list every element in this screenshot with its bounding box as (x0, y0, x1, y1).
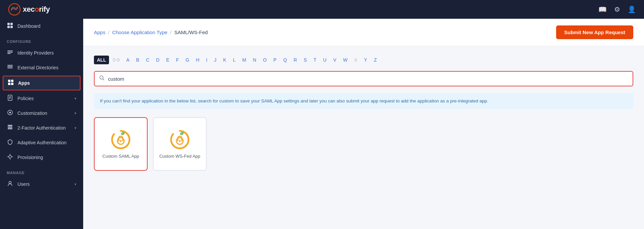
sidebar-item-adaptive-auth-label: Adaptive Authentication (17, 140, 76, 145)
configure-section-label: Configure (0, 33, 83, 46)
sidebar-item-external-directories-label: External Directories (17, 65, 76, 70)
svg-rect-2 (10, 23, 13, 25)
svg-rect-30 (120, 141, 121, 142)
sidebar-item-2fa[interactable]: 2-Factor Authentication ▾ (0, 121, 83, 135)
svg-point-25 (9, 181, 11, 184)
sidebar-item-policies[interactable]: Policies ▾ (0, 91, 83, 106)
svg-rect-5 (7, 51, 13, 51)
book-icon[interactable]: 📖 (598, 5, 607, 13)
users-chevron-icon: ▾ (74, 182, 76, 186)
alpha-btn-l[interactable]: L (230, 56, 239, 64)
apps-icon (7, 79, 14, 87)
alpha-btn-x[interactable]: X (351, 56, 360, 64)
page-body: ALL 0-9 A B C D E F G H I J K L M N O P … (83, 46, 644, 180)
alpha-btn-q[interactable]: Q (280, 56, 290, 64)
info-banner: If you can't find your application in th… (94, 93, 633, 109)
policies-icon (7, 95, 13, 102)
sidebar-item-adaptive-auth[interactable]: Adaptive Authentication (0, 135, 83, 150)
alpha-btn-p[interactable]: P (270, 56, 279, 64)
content-area: Apps / Choose Application Type / SAML/WS… (83, 19, 644, 229)
alpha-btn-n[interactable]: N (250, 56, 259, 64)
users-icon (7, 180, 13, 188)
user-icon[interactable]: 👤 (628, 5, 636, 13)
alpha-btn-m[interactable]: M (239, 56, 249, 64)
alpha-btn-all[interactable]: ALL (94, 56, 109, 64)
svg-point-20 (9, 112, 11, 113)
sidebar-item-identity-providers[interactable]: Identity Providers (0, 46, 83, 60)
app-cards-grid: Custom SAML App (94, 117, 633, 171)
svg-point-32 (171, 131, 189, 148)
svg-rect-14 (11, 83, 13, 85)
alpha-btn-09[interactable]: 0-9 (110, 56, 122, 64)
alpha-btn-h[interactable]: H (193, 56, 202, 64)
breadcrumb-apps-link[interactable]: Apps (94, 29, 105, 35)
sidebar-item-apps[interactable]: Apps (3, 76, 80, 90)
search-input[interactable] (108, 76, 628, 82)
sidebar-item-policies-label: Policies (17, 96, 70, 101)
custom-wsfed-label: Custom WS-Fed App (157, 154, 203, 159)
alpha-btn-o[interactable]: O (260, 56, 270, 64)
alpha-btn-a[interactable]: A (123, 56, 132, 64)
svg-rect-8 (7, 65, 13, 66)
search-icon (99, 75, 105, 82)
breadcrumb: Apps / Choose Application Type / SAML/WS… (94, 29, 208, 35)
svg-rect-4 (10, 26, 13, 28)
svg-rect-18 (9, 98, 10, 99)
sidebar-item-external-directories[interactable]: External Directories (0, 60, 83, 75)
svg-point-27 (112, 131, 129, 148)
alpha-btn-j[interactable]: J (211, 56, 219, 64)
alphabet-filter: ALL 0-9 A B C D E F G H I J K L M N O P … (94, 56, 633, 64)
alpha-btn-y[interactable]: Y (361, 56, 370, 64)
logo[interactable]: xecorify (8, 3, 50, 16)
svg-rect-16 (9, 96, 11, 97)
breadcrumb-sep-2: / (170, 29, 171, 35)
alpha-btn-i[interactable]: I (203, 56, 210, 64)
sidebar-item-customization-label: Customization (17, 110, 70, 116)
breadcrumb-current: SAML/WS-Fed (174, 29, 208, 35)
svg-rect-35 (179, 141, 180, 142)
svg-rect-12 (11, 80, 13, 82)
external-directories-icon (7, 64, 13, 71)
sidebar-item-provisioning-label: Provisioning (17, 155, 76, 160)
logo-icon (8, 3, 21, 16)
sidebar-item-provisioning[interactable]: Provisioning (0, 150, 83, 165)
2fa-chevron-icon: ▾ (74, 126, 76, 130)
alpha-btn-e[interactable]: E (163, 56, 172, 64)
alpha-btn-b[interactable]: B (133, 56, 142, 64)
alpha-btn-u[interactable]: U (320, 56, 329, 64)
alpha-btn-c[interactable]: C (143, 56, 152, 64)
custom-saml-label: Custom SAML App (100, 154, 142, 159)
alpha-btn-s[interactable]: S (301, 56, 310, 64)
breadcrumb-choose-link[interactable]: Choose Application Type (112, 29, 167, 35)
app-card-custom-saml[interactable]: Custom SAML App (94, 117, 148, 171)
topbar: xecorify 📖 ⚙ 👤 (0, 0, 644, 19)
breadcrumb-sep-1: / (108, 29, 109, 35)
sidebar-item-users[interactable]: Users ▾ (0, 177, 83, 192)
alpha-btn-v[interactable]: V (330, 56, 339, 64)
policies-chevron-icon: ▾ (74, 96, 76, 101)
sidebar-item-2fa-label: 2-Factor Authentication (17, 125, 70, 131)
alpha-btn-r[interactable]: R (290, 56, 300, 64)
page-header: Apps / Choose Application Type / SAML/WS… (83, 19, 644, 46)
svg-rect-13 (8, 83, 10, 85)
sidebar-item-customization[interactable]: Customization ▾ (0, 106, 83, 121)
submit-new-app-button[interactable]: Submit New App Request (556, 25, 633, 39)
sidebar-item-identity-providers-label: Identity Providers (17, 50, 76, 56)
sidebar-item-users-label: Users (17, 181, 70, 187)
svg-rect-22 (8, 127, 12, 128)
sidebar: Dashboard Configure Identity Providers E… (0, 19, 83, 229)
svg-rect-6 (7, 52, 13, 53)
app-card-custom-wsfed[interactable]: Custom WS-Fed App (153, 117, 207, 171)
alpha-btn-k[interactable]: K (220, 56, 229, 64)
settings-icon[interactable]: ⚙ (614, 5, 620, 13)
sidebar-item-apps-label: Apps (18, 80, 76, 86)
alpha-btn-d[interactable]: D (153, 56, 162, 64)
sidebar-item-dashboard[interactable]: Dashboard (0, 19, 83, 33)
alpha-btn-g[interactable]: G (182, 56, 192, 64)
alpha-btn-z[interactable]: Z (371, 56, 380, 64)
alpha-btn-f[interactable]: F (173, 56, 182, 64)
svg-rect-11 (8, 80, 10, 82)
identity-providers-icon (7, 49, 13, 57)
alpha-btn-w[interactable]: W (340, 56, 351, 64)
alpha-btn-t[interactable]: T (311, 56, 320, 64)
